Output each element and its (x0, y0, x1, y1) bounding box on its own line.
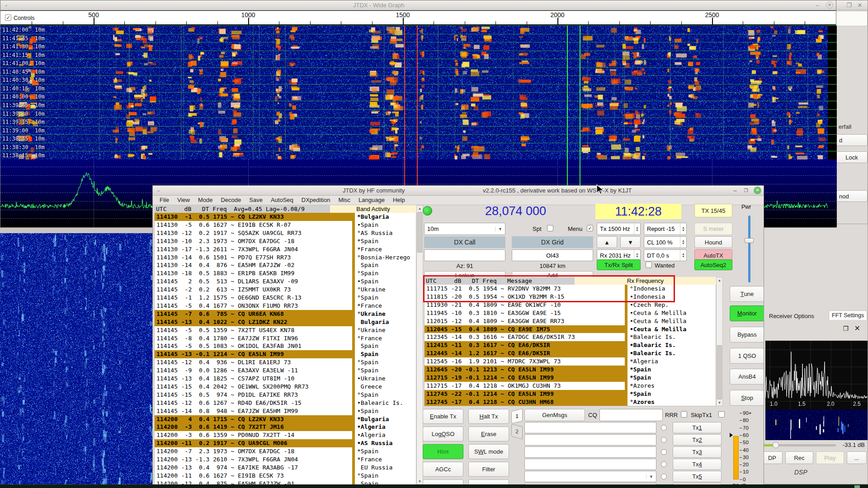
menu-decode[interactable]: Decode (217, 196, 245, 204)
decode-row[interactable]: 112415 -11 0.3 1617 ~ CQ EA6/DK5IR•Balea… (425, 341, 716, 349)
spt-checkbox[interactable] (547, 225, 553, 231)
wanted-checkbox[interactable] (646, 262, 652, 268)
decode-row[interactable]: 114200 -13 -1.3 2610 ~ 7X3WPL F6GRA JN04… (155, 455, 416, 464)
decode-row[interactable]: 114200 -13 0.4 974 ~ EA7IKE RA3ABG -17 E… (155, 464, 416, 472)
autoseq2-button[interactable]: AutoSeq2 (694, 259, 732, 270)
restore-icon[interactable]: ❐ (742, 187, 750, 195)
rrr-checkbox[interactable] (681, 411, 687, 418)
decode-row[interactable]: 114145 -13 -0.1 1214 ~ CQ EA5LN IM99 Spa… (155, 350, 416, 358)
decode-row[interactable]: 114145 -5 0.4 1677 ~ ON3ONX F1UMO RR73*F… (155, 302, 416, 310)
lock-button[interactable]: Lock (836, 151, 868, 163)
decode-row[interactable]: 114130 -5 0.6 1627 ~ EI9IB EC5K R-07•Spa… (155, 221, 416, 229)
msg-tab-2[interactable]: 2 (511, 424, 523, 439)
decode-row[interactable]: 114200 -11 0.6 1627 ~ EI9IB EC5K 73°Spai… (155, 472, 416, 480)
menu-misc[interactable]: Misc (334, 196, 354, 204)
tx5-button[interactable]: Tx 5 (673, 471, 722, 482)
close-icon[interactable]: ✕ (854, 324, 860, 333)
decode-row[interactable]: 114200 -3 0.6 1359 ~ PD0NUD 7X2TT -14•Al… (155, 431, 416, 439)
menu-file[interactable]: File (156, 196, 173, 204)
report-spinner[interactable]: Report -15▲▼ (644, 223, 687, 235)
decode-row[interactable]: 114130 -18 0.5 1883 ~ ER1PB EA5KB IM99°S… (155, 269, 416, 277)
decode-row[interactable]: 114145 -14 0.8 948 ~ EA7JZW EA5HM IM99•S… (155, 407, 416, 415)
scroll-up-icon[interactable]: ▲ (717, 278, 722, 282)
method-button[interactable]: nod (836, 190, 868, 202)
decode-row[interactable]: 114145 -2 0.2 613 ~ IZ5MMT UX0KR 73°Ukra… (155, 286, 416, 294)
decode-row[interactable]: 114145 -15 0.4 2042 ~ OE1WWL SX200PMQ RR… (155, 383, 416, 391)
txrx-split-button[interactable]: Tx/Rx Split (597, 259, 641, 270)
decode-row[interactable]: 114145 -5 0.5 1083 ~ OK1DOL EA3FAB JN01 … (155, 342, 416, 350)
decode-row[interactable]: 114200 -11 0.2 1917 ~ CQ UA9CGL MO06•AS … (155, 439, 416, 447)
decode-row[interactable]: 112545 -16 1.9 2101 ~ M7DRC 7X3WPL 73*Al… (425, 357, 716, 366)
decode-row[interactable]: 114130 -14 0.4 876 ~ EA5HM EA7JZW -02 Sp… (155, 261, 416, 269)
rx-frequency-scrollbar[interactable]: ▲ ▼ (716, 277, 723, 406)
band-select[interactable]: 10m▼ (424, 223, 505, 235)
dp-button[interactable]: DP (762, 451, 783, 464)
pwr-slider-track[interactable] (748, 216, 750, 282)
waterfall-display[interactable] (0, 25, 837, 160)
tx-interval-button[interactable]: TX 15/45 (694, 204, 732, 217)
genmsgs-button[interactable]: GenMsgs (524, 409, 585, 421)
monitor-button[interactable]: Monitor (730, 305, 764, 321)
close-icon[interactable]: ✕ (856, 1, 864, 9)
menu-mode[interactable]: Mode (194, 196, 217, 204)
decode-row[interactable]: 111930 -21 0.4 1809 ~ EA9E OK1WCF -10•Cz… (425, 301, 716, 309)
tx1-button[interactable]: Tx 1 (673, 422, 722, 433)
tx-message-input-2[interactable] (524, 434, 656, 446)
decode-row[interactable]: 114145 -1 1.2 1575 ~ OE6GND EA5CRC R-13°… (155, 294, 416, 302)
wide-graph-titlebar[interactable]: ⌄ JTDX - Wide Graph – ✕ (0, 0, 836, 10)
enable-tx-button[interactable]: Enable Tx (423, 409, 463, 424)
tx-message-input-1[interactable] (524, 422, 656, 433)
tx-select-radio-3[interactable] (661, 449, 667, 455)
decode-row[interactable]: 114145 -13 0.4 1825 ~ CS7APZ UT8IM -10•U… (155, 375, 416, 383)
stop-button[interactable]: Stop (730, 390, 764, 406)
freq-down-button[interactable]: ▼ (620, 236, 641, 248)
restore-icon[interactable]: ❐ (845, 1, 853, 9)
scroll-thumb[interactable] (717, 345, 722, 399)
decode-row[interactable]: 114145 -12 0.6 1267 ~ RD4D EA6/DK5IR -15… (155, 399, 416, 407)
cq-input[interactable] (599, 409, 663, 421)
decode-row[interactable]: 114130 -1 0.5 1715 ~ CQ LZ2KV KN33*Bulga… (155, 213, 416, 221)
msg-tab-1[interactable]: 1 (511, 408, 523, 424)
decode-row[interactable]: 111945 -10 0.3 1810 ~ EA3GGW EA9E -15•Ce… (425, 309, 716, 317)
decode-row[interactable]: 114145 -13 0.4 1022 ~ CQ LZ1DKZ KN22 Bul… (155, 318, 416, 326)
log-qso-button[interactable]: Log QSO (423, 427, 463, 441)
erase-button[interactable]: Erase (468, 427, 509, 441)
tx2-button[interactable]: Tx 2 (673, 434, 722, 446)
menu-language[interactable]: Language (354, 196, 389, 204)
band-activity-scrollbar[interactable]: ▲ ▼ (416, 205, 423, 485)
hound-button[interactable]: Hound (694, 236, 732, 248)
decode-row[interactable]: 112045 -15 0.4 1809 ~ CQ EA9E IM75•Ceuta… (425, 325, 716, 333)
ansb4-button[interactable]: AnsB4 (730, 369, 764, 385)
decode-row[interactable]: 112015 -12 0.4 1809 ~ EA3GGW EA9E RR73•C… (425, 317, 716, 325)
decode-row[interactable]: 114200 4 0.4 1715 ~ CQ LZ2KV KN33*Bulgar… (155, 415, 416, 423)
tx-select-radio-2[interactable] (661, 437, 667, 443)
skiptx1-checkbox[interactable] (718, 411, 725, 418)
filter-button[interactable]: Filter (468, 462, 509, 477)
swl-mode-button[interactable]: SWL mode (468, 444, 509, 459)
jtdx-titlebar[interactable]: ⌄ JTDX by HF community v2.2.0-rc155 , de… (153, 186, 764, 196)
decode-row[interactable]: 112745 -22 -0.1 1214 ~ CQ EA5LN IM99*Spa… (425, 390, 716, 398)
decode-row[interactable]: 112645 -20 -0.1 1213 ~ CQ EA5LN IM99*Spa… (425, 366, 716, 374)
dx-grid-input[interactable]: OI43 (512, 249, 593, 261)
undock-icon[interactable]: ❐ (843, 325, 849, 332)
window-menu-icon[interactable]: ⌄ (4, 2, 8, 8)
dt-spinner[interactable]: DT 0,0 s▲▼ (644, 249, 687, 261)
decode-row[interactable]: 114145 -7 0.6 785 ~ CQ UR6EA KN68°Ukrain… (155, 310, 416, 318)
close-icon[interactable]: ✕ (754, 187, 761, 194)
tune-button[interactable]: Tune (730, 286, 764, 302)
decode-row[interactable]: 112715 -19 -0.1 1214 ~ CQ EA5LN IM99*Spa… (425, 374, 716, 382)
scroll-down-icon[interactable]: ▼ (417, 479, 423, 483)
taskbar[interactable] (0, 484, 868, 488)
scroll-down-icon[interactable]: ▼ (717, 401, 722, 405)
close-icon[interactable]: ✕ (826, 1, 833, 9)
menu-save[interactable]: Save (245, 196, 267, 204)
menu-help[interactable]: Help (389, 196, 409, 204)
decode-row[interactable]: 114145 2 0.5 513 ~ DL1ARS EA3AXV -09•Spa… (155, 277, 416, 286)
more-button[interactable]: ... (847, 451, 867, 464)
tx-select-radio-5[interactable] (661, 474, 667, 479)
dx-call-input[interactable] (424, 249, 505, 261)
tx4-button[interactable]: Tx 4 (673, 459, 722, 470)
decode-row[interactable]: 111815 -20 0.5 1954 ~ OK1XD YB2MM R-15•I… (425, 293, 716, 301)
decode-row[interactable]: 114145 -9 0.0 1286 ~ EA3AXV EA3ELW -11°S… (155, 366, 416, 375)
cut-field-button[interactable]: d (836, 134, 868, 146)
